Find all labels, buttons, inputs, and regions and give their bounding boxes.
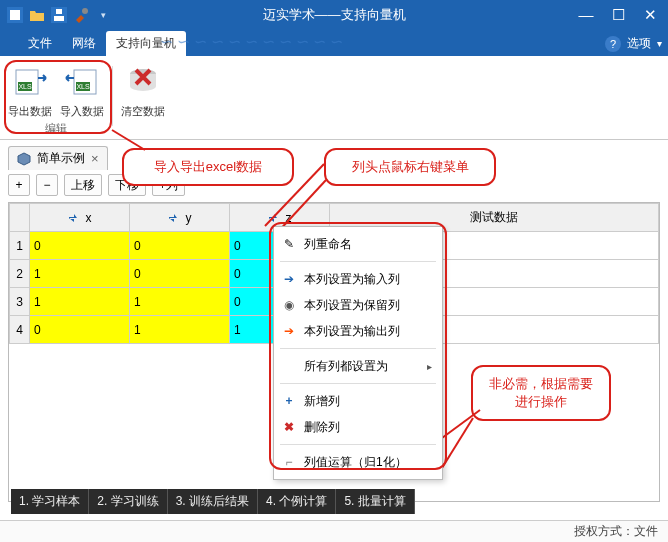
file-tab[interactable]: 简单示例 × (8, 146, 108, 170)
svg-rect-4 (56, 9, 62, 14)
chevron-right-icon: ▸ (427, 361, 432, 372)
keep-icon: ◉ (281, 298, 297, 312)
corner-cell (10, 204, 30, 232)
ribbon-group-clear: 清空数据 (119, 62, 167, 119)
svg-text:XLS: XLS (76, 83, 90, 90)
menu-normalize[interactable]: ⌐列值运算（归1化） (274, 449, 442, 475)
menu-set-keep[interactable]: ◉本列设置为保留列 (274, 292, 442, 318)
input-icon (68, 213, 82, 223)
import-label: 导入数据 (60, 104, 104, 119)
export-label: 导出数据 (8, 104, 52, 119)
menu-svm[interactable]: 支持向量机 (106, 31, 186, 56)
quick-launch: ▾ (6, 6, 112, 24)
svg-point-5 (82, 8, 88, 14)
menu-separator (280, 348, 436, 349)
callout-import-export: 导入导出excel数据 (122, 148, 294, 186)
step-tab-4[interactable]: 4. 个例计算 (258, 489, 336, 514)
status-text: 授权方式：文件 (574, 523, 658, 540)
ribbon-group-label: 编辑 (45, 121, 67, 136)
import-data-button[interactable]: XLS 导入数据 (58, 62, 106, 119)
menu-set-input[interactable]: ➔本列设置为输入列 (274, 266, 442, 292)
menu-rename[interactable]: ✎列重命名 (274, 231, 442, 257)
step-tab-3[interactable]: 3. 训练后结果 (168, 489, 258, 514)
options-label[interactable]: 选项 (627, 35, 651, 52)
menu-separator (280, 383, 436, 384)
cube-icon (17, 152, 31, 166)
input-icon: ➔ (281, 272, 297, 286)
file-tab-close[interactable]: × (91, 151, 99, 166)
clear-label: 清空数据 (121, 104, 165, 119)
minimize-button[interactable]: — (574, 6, 598, 24)
menu-net[interactable]: 网络 (62, 31, 106, 56)
menu-del-col[interactable]: ✖删除列 (274, 414, 442, 440)
ribbon: XLS 导出数据 XLS 导入数据 编辑 清空数据 (0, 56, 668, 140)
menu-separator (280, 444, 436, 445)
menu-add-col[interactable]: +新增列 (274, 388, 442, 414)
decorative-swirl: ∽∽∽∽∽∽∽∽∽∽∽ (160, 32, 580, 50)
step-tab-1[interactable]: 1. 学习样本 (11, 489, 89, 514)
svg-rect-1 (10, 10, 20, 20)
ribbon-group-edit: XLS 导出数据 XLS 导入数据 编辑 (6, 62, 106, 136)
app-icon (6, 6, 24, 24)
menu-separator (280, 261, 436, 262)
import-icon: XLS (62, 62, 102, 102)
help-icon[interactable]: ? (605, 36, 621, 52)
clear-icon (123, 62, 163, 102)
tools-icon[interactable] (72, 6, 90, 24)
step-tab-2[interactable]: 2. 学习训练 (89, 489, 167, 514)
open-icon[interactable] (28, 6, 46, 24)
ribbon-separator (112, 66, 113, 126)
file-tab-label: 简单示例 (37, 150, 85, 167)
svg-rect-3 (54, 16, 64, 21)
options-dropdown-icon[interactable]: ▾ (657, 38, 662, 49)
maximize-button[interactable]: ☐ (606, 6, 630, 24)
titlebar: ▾ 迈实学术——支持向量机 — ☐ ✕ (0, 0, 668, 30)
save-icon[interactable] (50, 6, 68, 24)
normalize-icon: ⌐ (281, 455, 297, 469)
export-icon: XLS (10, 62, 50, 102)
add-row-button[interactable]: + (8, 174, 30, 196)
menu-file[interactable]: 文件 (18, 31, 62, 56)
input-icon (268, 213, 282, 223)
ql-dropdown-icon[interactable]: ▾ (94, 6, 112, 24)
export-data-button[interactable]: XLS 导出数据 (6, 62, 54, 119)
rename-icon: ✎ (281, 237, 297, 251)
statusbar: 授权方式：文件 (0, 520, 668, 542)
callout-header-ctx: 列头点鼠标右键菜单 (324, 148, 496, 186)
col-header-y[interactable]: y (130, 204, 230, 232)
col-header-x[interactable]: x (30, 204, 130, 232)
step-tabs: 1. 学习样本 2. 学习训练 3. 训练后结果 4. 个例计算 5. 批量计算 (11, 489, 415, 514)
svg-text:XLS: XLS (18, 83, 32, 90)
clear-data-button[interactable]: 清空数据 (119, 62, 167, 119)
input-icon (168, 213, 182, 223)
remove-row-button[interactable]: − (36, 174, 58, 196)
delete-icon: ✖ (281, 420, 297, 434)
step-tab-5[interactable]: 5. 批量计算 (336, 489, 414, 514)
column-context-menu: ✎列重命名 ➔本列设置为输入列 ◉本列设置为保留列 ➔本列设置为输出列 所有列都… (273, 226, 443, 480)
menu-set-output[interactable]: ➔本列设置为输出列 (274, 318, 442, 344)
menu-set-all[interactable]: 所有列都设置为▸ (274, 353, 442, 379)
close-button[interactable]: ✕ (638, 6, 662, 24)
move-up-button[interactable]: 上移 (64, 174, 102, 196)
output-icon: ➔ (281, 324, 297, 338)
callout-optional: 非必需，根据需要进行操作 (471, 365, 611, 421)
menubar: ∽∽∽∽∽∽∽∽∽∽∽ 文件 网络 支持向量机 ? 选项 ▾ (0, 30, 668, 56)
plus-icon: + (281, 394, 297, 408)
